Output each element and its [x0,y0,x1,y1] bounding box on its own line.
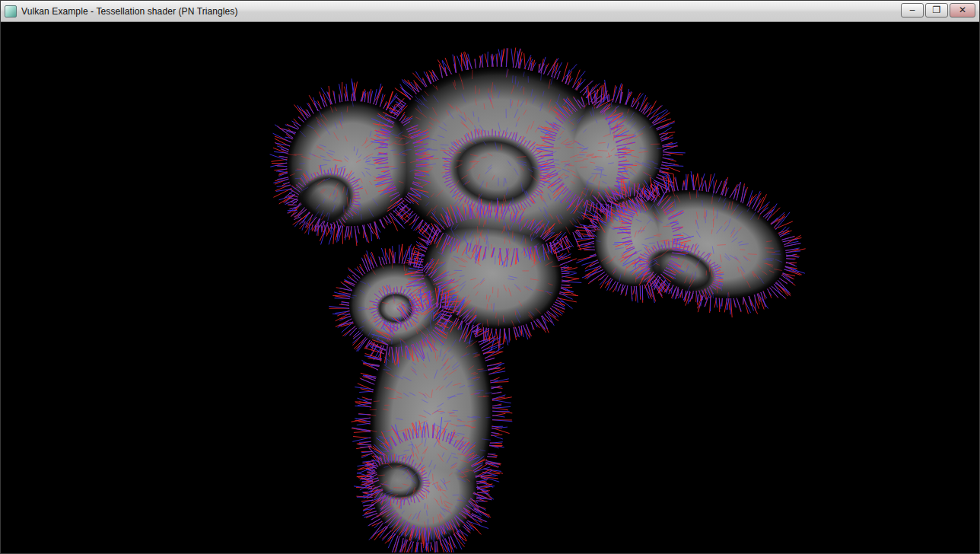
minimize-icon: – [910,5,915,14]
titlebar[interactable]: Vulkan Example - Tessellation shader (PN… [1,1,979,22]
minimize-button[interactable]: – [901,3,924,18]
close-icon: ✕ [959,5,966,14]
app-icon [5,5,17,18]
render-viewport[interactable] [1,22,979,552]
caption-buttons: – ❐ ✕ [901,1,975,18]
maximize-button[interactable]: ❐ [925,3,948,18]
close-button[interactable]: ✕ [950,3,975,18]
app-window: Vulkan Example - Tessellation shader (PN… [0,0,980,554]
maximize-icon: ❐ [933,5,941,14]
window-title: Vulkan Example - Tessellation shader (PN… [21,6,238,17]
viewport-container [1,22,979,552]
